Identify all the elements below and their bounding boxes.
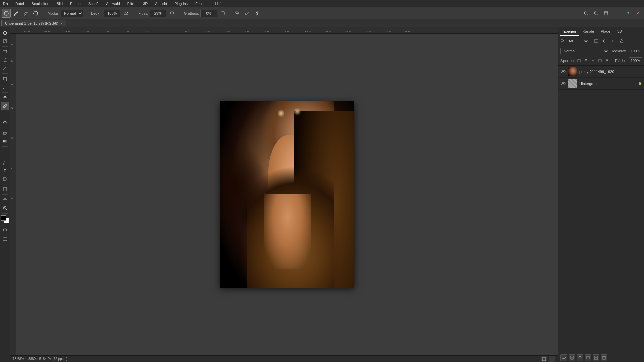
tool-screenmode[interactable] xyxy=(1,235,9,243)
panel-bottom-adjust-btn[interactable] xyxy=(577,354,583,361)
menu-schrift[interactable]: Schrift xyxy=(87,1,100,6)
statusbar-btn2[interactable] xyxy=(549,356,555,362)
window-btn[interactable] xyxy=(602,9,610,18)
panel-bottom-group-btn[interactable] xyxy=(585,354,591,361)
tool-gradient[interactable] xyxy=(1,137,9,145)
tab-pfade[interactable]: Pfade xyxy=(597,27,614,36)
deckr-icon[interactable] xyxy=(122,9,130,18)
svg-marker-57 xyxy=(620,39,623,42)
foreground-color-swatch[interactable] xyxy=(1,215,6,221)
tool-lasso[interactable] xyxy=(1,56,9,64)
sep5 xyxy=(230,9,230,17)
deckr-input[interactable] xyxy=(104,10,120,17)
tool-magic-wand[interactable] xyxy=(1,64,9,72)
panel-pixel-icon[interactable] xyxy=(593,37,600,45)
tool-healing[interactable] xyxy=(1,94,9,102)
modus-dropdown[interactable]: Normal xyxy=(61,10,83,17)
glattung-icon[interactable] xyxy=(218,9,227,18)
tool-dodge[interactable] xyxy=(1,148,9,156)
art-dropdown[interactable]: Art xyxy=(566,38,589,44)
glattung-input[interactable] xyxy=(200,10,217,17)
lock-all-btn[interactable] xyxy=(604,58,610,64)
tool-hand[interactable] xyxy=(1,196,9,204)
lock-transparent-btn[interactable] xyxy=(576,58,582,64)
photo-canvas[interactable] xyxy=(220,101,354,288)
tool-eraser[interactable] xyxy=(1,129,9,137)
tool-icon-brush2[interactable] xyxy=(21,9,30,18)
menu-bild[interactable]: Bild xyxy=(55,1,64,6)
menu-plugins[interactable]: Plug-ins xyxy=(173,1,189,6)
panel-bottom-trash-btn[interactable] xyxy=(601,354,607,361)
layer-visibility-toggle[interactable] xyxy=(560,81,566,86)
tab-3d[interactable]: 3D xyxy=(614,27,625,36)
tool-clone[interactable] xyxy=(1,110,9,118)
search-icon[interactable] xyxy=(592,9,600,18)
panel-bottom-link-btn[interactable] xyxy=(560,354,567,361)
blend-mode-dropdown[interactable]: Normal xyxy=(560,48,609,54)
menu-fenster[interactable]: Fenster xyxy=(194,1,209,6)
tool-icon-brush[interactable] xyxy=(12,9,20,18)
menu-datei[interactable]: Datei xyxy=(14,1,25,6)
tool-eyedropper[interactable] xyxy=(1,83,9,91)
tool-icon-main[interactable] xyxy=(2,9,11,18)
left-toolbar: T ··· xyxy=(0,27,10,362)
tool-quickmask[interactable] xyxy=(1,226,9,234)
settings-btn[interactable] xyxy=(233,9,241,18)
menu-filter[interactable]: Filter xyxy=(126,1,137,6)
tab-close-icon[interactable]: × xyxy=(60,22,62,25)
menu-auswahl[interactable]: Auswahl xyxy=(105,1,121,6)
tool-artboard[interactable] xyxy=(1,37,9,45)
tool-text[interactable]: T xyxy=(1,167,9,175)
panel-bottom-mask-btn[interactable] xyxy=(569,354,575,361)
menu-ansicht[interactable]: Ansicht xyxy=(154,1,168,6)
tool-move[interactable] xyxy=(1,29,9,37)
sep-lt8 xyxy=(2,194,8,195)
panel-shape-icon[interactable] xyxy=(618,37,625,45)
lock-image-btn[interactable] xyxy=(583,58,589,64)
sep-lt3 xyxy=(2,92,8,93)
menu-bearbeiten[interactable]: Bearbeiten xyxy=(30,1,51,6)
lock-artboard-btn[interactable] xyxy=(597,58,603,64)
svg-rect-18 xyxy=(4,40,6,42)
layer-item[interactable]: pretty-2111499_1920 xyxy=(558,66,644,78)
fluss-input[interactable] xyxy=(150,10,166,17)
svg-point-8 xyxy=(235,12,239,15)
tool-shape[interactable] xyxy=(1,185,9,193)
panel-bottom-new-btn[interactable] xyxy=(593,354,599,361)
layer-visibility-toggle[interactable] xyxy=(560,69,566,74)
menu-hilfe[interactable]: Hilfe xyxy=(214,1,224,6)
close-btn[interactable]: ✕ xyxy=(633,9,642,18)
panel-filter-icon[interactable] xyxy=(635,37,642,45)
tab-kanale[interactable]: Kanäle xyxy=(579,27,597,36)
symmetry-btn[interactable] xyxy=(253,9,262,18)
menu-ebene[interactable]: Ebene xyxy=(69,1,82,6)
panel-smart-icon[interactable] xyxy=(626,37,634,45)
lock-position-btn[interactable] xyxy=(590,58,596,64)
tool-zoom[interactable] xyxy=(1,204,9,212)
tool-icon-rotate[interactable] xyxy=(31,9,40,18)
tool-extra[interactable]: ··· xyxy=(1,243,9,251)
fill-input[interactable] xyxy=(629,57,642,64)
tab-ebenen[interactable]: Ebenen xyxy=(560,27,579,36)
search-btn[interactable] xyxy=(582,9,590,18)
panel-text-icon[interactable]: T xyxy=(609,37,617,45)
panel-adjust-icon[interactable] xyxy=(601,37,608,45)
document-tab[interactable]: Unbenannt-1 bei 13,7% (RGB/8) × xyxy=(1,20,66,26)
search-panel-icon xyxy=(560,39,565,43)
tool-brush[interactable] xyxy=(1,102,9,110)
fluss-icon[interactable] xyxy=(168,9,176,18)
minimize-btn[interactable]: − xyxy=(613,9,622,18)
angle-icon[interactable] xyxy=(243,9,252,18)
tool-crop[interactable] xyxy=(1,75,9,83)
menu-3d[interactable]: 3D xyxy=(142,1,149,6)
tool-path-select[interactable] xyxy=(1,175,9,183)
opacity-input[interactable] xyxy=(629,48,642,54)
tool-rect-select[interactable] xyxy=(1,48,9,56)
color-swatches[interactable] xyxy=(1,215,9,223)
statusbar-btn1[interactable] xyxy=(541,356,547,362)
tool-pen[interactable] xyxy=(1,158,9,166)
tool-history-brush[interactable] xyxy=(1,119,9,127)
svg-point-58 xyxy=(629,40,631,42)
restore-btn[interactable]: □ xyxy=(623,9,632,18)
layer-item[interactable]: Hintergrund 🔒 xyxy=(558,78,644,90)
